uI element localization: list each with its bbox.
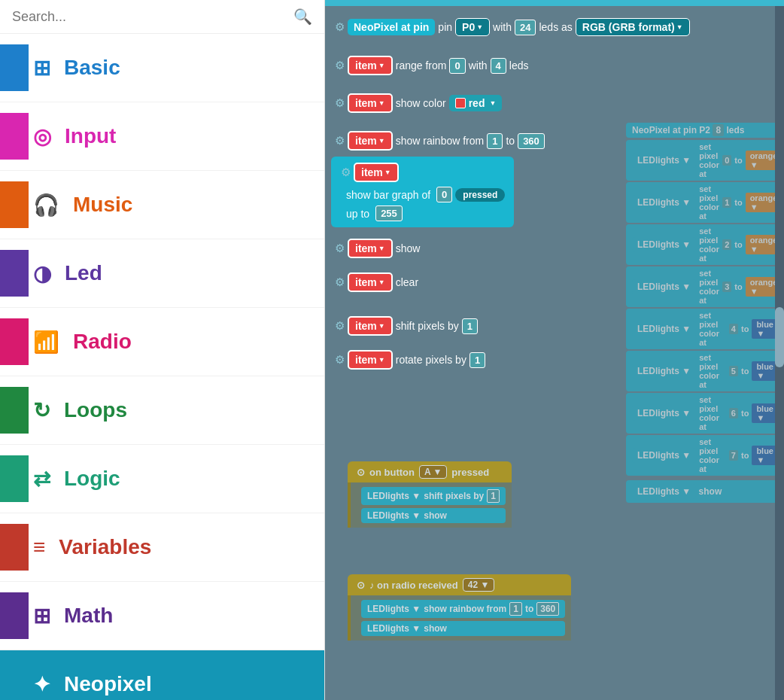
- shift-val[interactable]: 1: [462, 318, 478, 334]
- ledlights-show-3: LEDlights ▼: [367, 623, 421, 634]
- pressed-badge: pressed: [455, 188, 505, 202]
- sidebar-label-basic: Basic: [64, 56, 120, 80]
- shift-pixels-text: shift pixels by: [396, 320, 459, 332]
- rainbow-from-val[interactable]: 1: [487, 133, 503, 149]
- gear-icon-2[interactable]: ⚙: [331, 57, 348, 74]
- color-swatch: [455, 98, 466, 108]
- scrollbar-thumb[interactable]: [775, 307, 784, 367]
- rotate-val[interactable]: 1: [469, 352, 485, 368]
- sidebar-accent-radio: [0, 318, 29, 365]
- sidebar-item-logic[interactable]: ⇄Logic: [0, 445, 324, 513]
- item-pill-2[interactable]: item ▼: [348, 56, 393, 75]
- item-pill-8[interactable]: item ▼: [348, 316, 393, 336]
- main-canvas: ⚙ NeoPixel at pin pin P0 ▼ with 24 leds …: [325, 0, 784, 700]
- item-pill-5[interactable]: item ▼: [354, 163, 399, 182]
- sidebar-label-variables: Variables: [59, 535, 151, 559]
- ledlights-1: LEDlights ▼: [632, 195, 696, 210]
- gear-icon-6[interactable]: ⚙: [331, 240, 348, 257]
- sidebar-label-loops: Loops: [64, 398, 127, 422]
- sidebar-item-input[interactable]: ◎Input: [0, 102, 324, 171]
- gear-icon-4[interactable]: ⚙: [331, 132, 348, 149]
- sidebar-accent-neopixel: [0, 661, 29, 700]
- math-icon: ⊞: [33, 604, 50, 628]
- sidebar-items-container: ⊞Basic◎Input🎧Music◑Led📶Radio↻Loops⇄Logic…: [0, 34, 324, 700]
- item-show-block: ⚙ item ▼ show: [331, 239, 423, 258]
- sidebar: 🔍 ⊞Basic◎Input🎧Music◑Led📶Radio↻Loops⇄Log…: [0, 0, 325, 700]
- input-icon: ◎: [33, 124, 51, 149]
- sidebar-accent-basic: [0, 44, 29, 91]
- item-pill-6[interactable]: item ▼: [348, 239, 393, 258]
- item-pill-3[interactable]: item ▼: [348, 93, 393, 113]
- logic-icon: ⇄: [33, 467, 50, 492]
- sidebar-label-led: Led: [65, 261, 102, 285]
- neopixel-icon: ✦: [33, 672, 50, 697]
- to-text: to: [506, 135, 515, 147]
- leds-count[interactable]: 24: [515, 20, 536, 35]
- rainbow-to-val[interactable]: 360: [518, 133, 545, 149]
- sidebar-label-radio: Radio: [73, 330, 132, 354]
- show-bar-text: show bar graph of: [346, 189, 430, 201]
- basic-icon: ⊞: [33, 56, 50, 81]
- item-rotate-pixels-block: ⚙ item ▼ rotate pixels by 1: [331, 350, 485, 370]
- gear-icon-5[interactable]: ⚙: [337, 164, 354, 181]
- gear-icon-8[interactable]: ⚙: [331, 318, 348, 334]
- sidebar-item-basic[interactable]: ⊞Basic: [0, 34, 324, 102]
- gear-icon-1[interactable]: ⚙: [331, 19, 348, 35]
- range-start-val[interactable]: 0: [449, 58, 465, 74]
- sidebar-label-neopixel: Neopixel: [64, 672, 152, 696]
- item-shift-pixels-block: ⚙ item ▼ shift pixels by 1: [331, 316, 478, 336]
- scrollbar[interactable]: [775, 6, 784, 700]
- sidebar-label-math: Math: [64, 604, 113, 628]
- search-bar[interactable]: 🔍: [0, 0, 324, 34]
- with-text-2: with: [469, 59, 488, 72]
- search-input[interactable]: [12, 9, 293, 25]
- leds-label-2: leds: [509, 59, 529, 72]
- ledlights-4: LEDlights ▼: [632, 321, 696, 336]
- format-dropdown[interactable]: RGB (GRB format) ▼: [576, 18, 690, 36]
- rotate-pixels-text: rotate pixels by: [396, 354, 466, 366]
- item-range-block: ⚙ item ▼ range from 0 with 4 leds: [331, 56, 531, 75]
- item-pill-9[interactable]: item ▼: [348, 350, 393, 370]
- gear-icon-9[interactable]: ⚙: [331, 352, 348, 368]
- ledlights-6: LEDlights ▼: [632, 406, 696, 421]
- block-canvas: ⚙ NeoPixel at pin pin P0 ▼ with 24 leds …: [325, 6, 784, 700]
- loops-icon: ↻: [33, 398, 50, 423]
- sidebar-accent-math: [0, 592, 29, 639]
- led-icon: ◑: [33, 261, 51, 286]
- bar-val[interactable]: 0: [436, 187, 452, 202]
- gear-icon-7[interactable]: ⚙: [331, 274, 348, 291]
- range-leds-val[interactable]: 4: [491, 58, 506, 74]
- ledlights-rainbow: LEDlights ▼: [367, 604, 421, 614]
- search-icon: 🔍: [293, 8, 312, 26]
- sidebar-accent-led: [0, 250, 29, 297]
- color-swatch-block[interactable]: red ▼: [449, 95, 503, 111]
- neopixel-label: NeoPixel at pin: [348, 19, 435, 35]
- pin-dropdown[interactable]: P0 ▼: [455, 18, 490, 36]
- sidebar-item-loops[interactable]: ↻Loops: [0, 376, 324, 445]
- item-show-rainbow-block: ⚙ item ▼ show rainbow from 1 to 360: [331, 131, 545, 151]
- item-pill-7[interactable]: item ▼: [348, 272, 393, 292]
- neopixel-at-pin-block: ⚙ NeoPixel at pin pin P0 ▼ with 24 leds …: [331, 18, 690, 36]
- item-pill-4[interactable]: item ▼: [348, 131, 393, 151]
- ledlights-3: LEDlights ▼: [632, 279, 696, 294]
- ledlights-show-1: LEDlights ▼: [632, 484, 696, 499]
- sidebar-item-radio[interactable]: 📶Radio: [0, 308, 324, 376]
- sidebar-label-input: Input: [65, 124, 116, 148]
- sidebar-label-music: Music: [73, 193, 132, 217]
- sidebar-accent-loops: [0, 387, 29, 434]
- sidebar-item-variables[interactable]: ≡Variables: [0, 513, 324, 582]
- range-from-text: range from: [396, 59, 447, 72]
- sidebar-item-math[interactable]: ⊞Math: [0, 582, 324, 650]
- up-to-text: up to: [346, 208, 369, 220]
- gear-icon-3[interactable]: ⚙: [331, 95, 348, 111]
- sidebar-item-neopixel[interactable]: ✦Neopixel: [0, 650, 324, 700]
- sidebar-item-music[interactable]: 🎧Music: [0, 171, 324, 239]
- ledlights-shift: LEDlights ▼: [367, 491, 421, 501]
- bar-max-val[interactable]: 255: [375, 205, 403, 221]
- variables-icon: ≡: [33, 535, 45, 559]
- ledlights-5: LEDlights ▼: [632, 364, 696, 379]
- radio-icon: 📶: [33, 330, 59, 355]
- show-bar-graph-block: ⚙ item ▼ show bar graph of 0 pressed up …: [331, 157, 514, 227]
- sidebar-item-led[interactable]: ◑Led: [0, 239, 324, 308]
- set-pixel-color-panel: NeoPixel at pin P2 8 leds LEDlights ▼ se…: [626, 123, 784, 505]
